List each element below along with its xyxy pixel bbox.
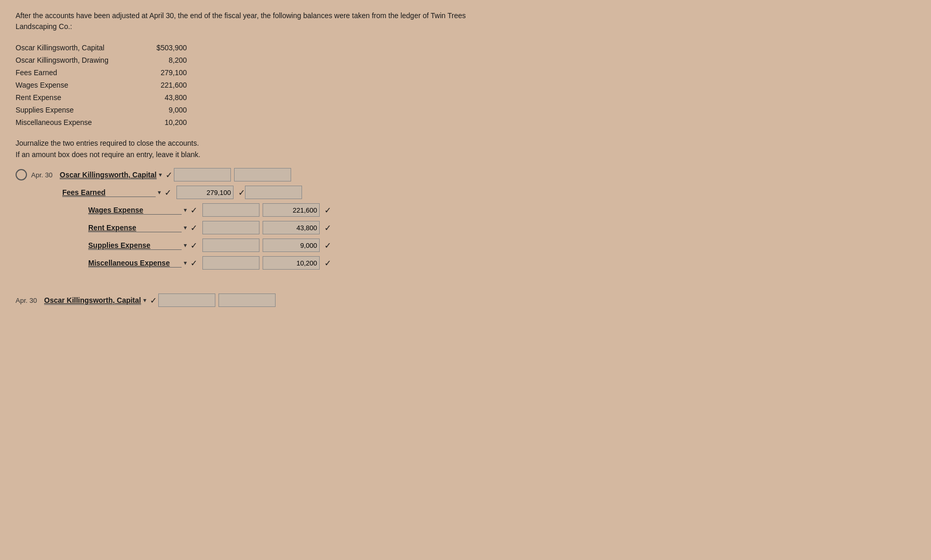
account-name-cell: Rent Expense <box>16 91 140 104</box>
rent-debit-input[interactable] <box>202 221 259 234</box>
main-debit-input-1[interactable] <box>174 168 231 181</box>
account-name-cell: Oscar Killingsworth, Capital <box>16 41 140 54</box>
account-row: Miscellaneous Expense10,200 <box>16 116 192 129</box>
account-row: Supplies Expense9,000 <box>16 104 192 116</box>
check-icon-rent: ✓ <box>190 223 197 233</box>
journal-entry-1: Apr. 30 Oscar Killingsworth, Capital ▾ ✓… <box>16 168 915 270</box>
account-row: Oscar Killingsworth, Capital$503,900 <box>16 41 192 54</box>
supplies-dropdown[interactable]: Supplies Expense ▾ ✓ <box>88 241 202 250</box>
supplies-credit-input[interactable] <box>263 239 320 252</box>
instruction2: If an amount box does not require an ent… <box>16 150 915 159</box>
dropdown-arrow-fees[interactable]: ▾ <box>158 189 161 196</box>
problem-container: After the accounts have been adjusted at… <box>16 10 915 307</box>
main-account-name-1: Oscar Killingsworth, Capital <box>60 171 157 179</box>
intro-text: After the accounts have been adjusted at… <box>16 10 483 32</box>
account-amount-cell: 43,800 <box>140 91 192 104</box>
wages-name: Wages Expense <box>88 206 182 215</box>
main-account-dropdown-2[interactable]: Oscar Killingsworth, Capital ▾ ✓ <box>44 296 158 305</box>
fees-earned-dropdown[interactable]: Fees Earned ▾ ✓ <box>62 188 176 198</box>
journal-row-rent: Rent Expense ▾ ✓ ✓ <box>88 221 915 234</box>
journal-row-fees-earned: Fees Earned ▾ ✓ ✓ <box>62 186 915 199</box>
instruction1: Journalize the two entries required to c… <box>16 139 915 147</box>
misc-credit-input[interactable] <box>263 256 320 270</box>
misc-debit-input[interactable] <box>202 256 259 270</box>
check-icon-rent-val: ✓ <box>324 223 331 233</box>
journal-row-wages: Wages Expense ▾ ✓ ✓ <box>88 203 915 217</box>
account-name-cell: Wages Expense <box>16 79 140 91</box>
main-debit-input-2[interactable] <box>158 293 215 307</box>
dropdown-arrow-misc[interactable]: ▾ <box>184 259 187 267</box>
account-amount-cell: 8,200 <box>140 54 192 66</box>
check-icon-fees: ✓ <box>165 188 171 198</box>
wages-debit-input[interactable] <box>202 203 259 217</box>
fees-debit-input[interactable] <box>176 186 234 199</box>
account-balances-table: Oscar Killingsworth, Capital$503,900Osca… <box>16 41 192 129</box>
account-amount-cell: 279,100 <box>140 66 192 79</box>
date-label-2: Apr. 30 <box>16 297 44 304</box>
main-account-dropdown-1[interactable]: Oscar Killingsworth, Capital ▾ ✓ <box>60 170 174 180</box>
misc-dropdown[interactable]: Miscellaneous Expense ▾ ✓ <box>88 258 202 268</box>
journal-row-main-1: Apr. 30 Oscar Killingsworth, Capital ▾ ✓ <box>16 168 915 181</box>
main-credit-input-1[interactable] <box>234 168 291 181</box>
rent-dropdown[interactable]: Rent Expense ▾ ✓ <box>88 223 202 233</box>
dropdown-arrow-1[interactable]: ▾ <box>159 171 162 178</box>
journal-row-supplies: Supplies Expense ▾ ✓ ✓ <box>88 239 915 252</box>
dropdown-arrow-supplies[interactable]: ▾ <box>184 242 187 249</box>
fees-credit-input[interactable] <box>245 186 302 199</box>
journal-row-main-2: Apr. 30 Oscar Killingsworth, Capital ▾ ✓ <box>16 293 915 307</box>
check-icon-supplies-val: ✓ <box>324 241 331 250</box>
main-account-name-2: Oscar Killingsworth, Capital <box>44 296 141 305</box>
misc-name: Miscellaneous Expense <box>88 259 182 268</box>
check-icon-2: ✓ <box>150 296 157 305</box>
check-icon-fees-val: ✓ <box>238 188 245 198</box>
journal-entry-2: Apr. 30 Oscar Killingsworth, Capital ▾ ✓ <box>16 293 915 307</box>
account-amount-cell: $503,900 <box>140 41 192 54</box>
main-credit-input-2[interactable] <box>218 293 276 307</box>
dropdown-arrow-wages[interactable]: ▾ <box>184 206 187 214</box>
dropdown-arrow-rent[interactable]: ▾ <box>184 224 187 231</box>
circle-indicator <box>16 169 27 180</box>
account-row: Oscar Killingsworth, Drawing8,200 <box>16 54 192 66</box>
account-row: Wages Expense221,600 <box>16 79 192 91</box>
account-name-cell: Fees Earned <box>16 66 140 79</box>
check-icon-1: ✓ <box>166 170 172 180</box>
dropdown-arrow-2[interactable]: ▾ <box>143 297 146 304</box>
wages-credit-input[interactable] <box>263 203 320 217</box>
account-amount-cell: 10,200 <box>140 116 192 129</box>
check-icon-wages-val: ✓ <box>324 205 331 215</box>
account-amount-cell: 221,600 <box>140 79 192 91</box>
account-name-cell: Supplies Expense <box>16 104 140 116</box>
account-row: Rent Expense43,800 <box>16 91 192 104</box>
check-icon-misc: ✓ <box>190 258 197 268</box>
journal-row-misc: Miscellaneous Expense ▾ ✓ ✓ <box>88 256 915 270</box>
account-row: Fees Earned279,100 <box>16 66 192 79</box>
date-label-1: Apr. 30 <box>31 171 60 179</box>
supplies-debit-input[interactable] <box>202 239 259 252</box>
check-icon-wages: ✓ <box>190 205 197 215</box>
fees-earned-name: Fees Earned <box>62 188 156 197</box>
check-icon-supplies: ✓ <box>190 241 197 250</box>
supplies-name: Supplies Expense <box>88 241 182 250</box>
account-name-cell: Oscar Killingsworth, Drawing <box>16 54 140 66</box>
account-amount-cell: 9,000 <box>140 104 192 116</box>
rent-name: Rent Expense <box>88 223 182 232</box>
check-icon-misc-val: ✓ <box>324 258 331 268</box>
wages-dropdown[interactable]: Wages Expense ▾ ✓ <box>88 205 202 215</box>
rent-credit-input[interactable] <box>263 221 320 234</box>
account-name-cell: Miscellaneous Expense <box>16 116 140 129</box>
